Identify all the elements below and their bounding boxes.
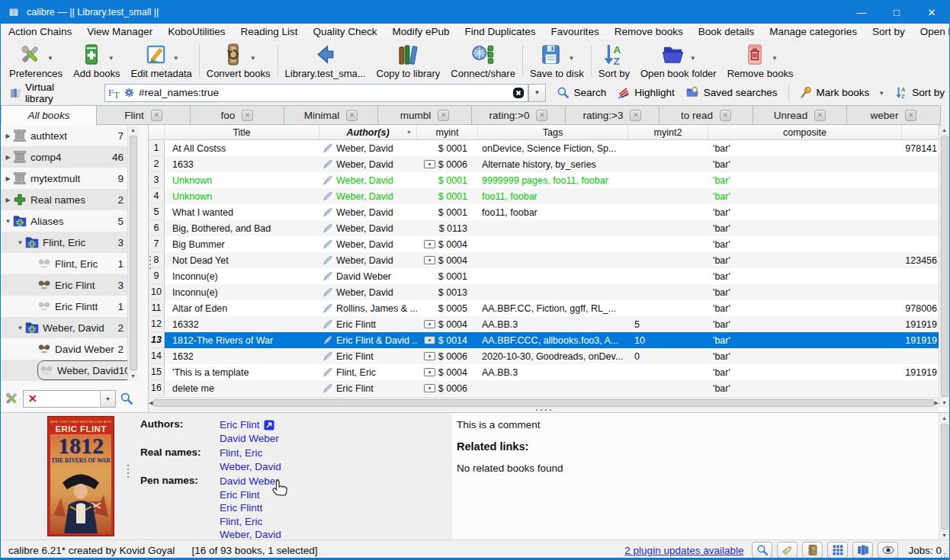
table-row-9[interactable]: 9Inconnu(e)David Weber$ 0001'bar' xyxy=(149,268,939,284)
horizontal-scrollbar[interactable]: ◀ ▶ xyxy=(149,397,939,408)
menu-item-reading-list[interactable]: Reading List xyxy=(233,26,305,37)
column-header-myint2[interactable]: myint2 xyxy=(628,125,708,139)
highlight-button[interactable]: Highlight xyxy=(617,86,675,100)
table-row-4[interactable]: 4UnknownWeber, David$ 0001foo11, foobar'… xyxy=(149,188,939,204)
author-link-eric-flintt[interactable]: Eric Flintt xyxy=(220,501,281,515)
tag-browser-item-real-names-2[interactable]: ▶Real names2 xyxy=(1,189,127,210)
column-header-myint[interactable]: myint xyxy=(417,125,478,139)
tag-browser-item-comp4-46[interactable]: ▶comp446 xyxy=(1,146,127,168)
tab-unread[interactable]: Unread✕ xyxy=(753,105,847,125)
table-row-15[interactable]: 15'This is a templateFlint, Eric$ 0004AA… xyxy=(149,364,939,380)
sort-by-button[interactable]: AZ Sort by xyxy=(895,86,945,99)
toolbar-preferences-button[interactable]: ▼Preferences xyxy=(4,41,68,80)
scroll-down-icon[interactable]: ▼ xyxy=(130,371,136,381)
toolbar-add-books-button[interactable]: ▼Add books xyxy=(68,41,125,80)
author-link-eric-flint[interactable]: Eric Flint xyxy=(220,418,279,432)
author-link-weber-david[interactable]: Weber, David xyxy=(220,460,281,474)
table-row-1[interactable]: 1At All CostssWeber, David$ 0001onDevice… xyxy=(149,140,939,156)
table-row-2[interactable]: 21633Weber, David$ 0006Alternate history… xyxy=(149,156,939,172)
scrollbar-thumb[interactable] xyxy=(941,136,948,397)
search-history-dropdown[interactable]: ▼ xyxy=(528,84,547,102)
column-header-tags[interactable]: Tags xyxy=(478,125,628,139)
close-icon[interactable]: ✕ xyxy=(151,110,162,121)
table-row-5[interactable]: 5What I wantedWeber, David$ 0001foo11, f… xyxy=(149,204,939,220)
collapse-icon[interactable]: ▼ xyxy=(3,218,13,225)
tag-browser-filter-combo[interactable]: ✕ ▼ xyxy=(23,390,116,408)
column-header-blank[interactable] xyxy=(902,125,939,139)
toolbar-edit-metadata-button[interactable]: ▼Edit metadata xyxy=(126,41,197,80)
menu-item-remove-books[interactable]: Remove books xyxy=(607,26,691,37)
jobs-status[interactable]: Jobs: 0 xyxy=(908,545,942,556)
plugin-updates-link[interactable]: 2 plugin updates available xyxy=(624,545,743,556)
toolbar-sort-by-button[interactable]: AZSort by xyxy=(593,41,635,80)
tab-mumbl[interactable]: mumbl✕ xyxy=(377,105,472,125)
close-icon[interactable]: ✕ xyxy=(536,110,547,121)
column-header-title[interactable]: Title xyxy=(165,125,319,139)
chevron-down-icon[interactable]: ▼ xyxy=(47,55,53,62)
clear-filter-icon[interactable]: ✕ xyxy=(28,392,37,405)
menu-item-open-book-folder[interactable]: Open book folder xyxy=(913,26,950,37)
toggle-grid-view-button[interactable] xyxy=(827,542,848,558)
table-row-6[interactable]: 6Big, Bothered, and BadWeber, David$ 011… xyxy=(149,220,939,236)
column-header-composite[interactable]: composite xyxy=(708,125,902,139)
toggle-book-details-button[interactable] xyxy=(802,542,823,558)
table-row-16[interactable]: 16delete meEric Flint$ 0006'bar' xyxy=(149,380,939,396)
scrollbar-thumb[interactable] xyxy=(130,136,137,370)
close-icon[interactable]: ✕ xyxy=(346,110,358,121)
menu-item-modify-epub[interactable]: Modify ePub xyxy=(385,26,457,37)
table-row-13[interactable]: 131812-The Rivers of WarEric Flint & Dav… xyxy=(149,332,939,348)
toggle-search-button[interactable] xyxy=(752,542,772,558)
tag-browser-item-flint-eric-3[interactable]: ▼Flint, Eric3 xyxy=(1,232,127,253)
table-row-14[interactable]: 141632Eric Flint$ 00062020-10-30, Goodre… xyxy=(149,348,939,364)
virtual-library-button[interactable]: Virtual library xyxy=(5,80,89,106)
book-cover[interactable]: NEW YORK TIMES BESTSELLING AUTHOR OF 163… xyxy=(48,417,114,536)
close-icon[interactable]: ✕ xyxy=(242,110,253,121)
table-row-7[interactable]: 7Big BummerWeber, David$ 0004'bar' xyxy=(149,236,939,252)
book-list-scrollbar[interactable]: ▲ ▼ xyxy=(939,125,949,408)
toolbar-library-test-sma-button[interactable]: Library.test_sma... xyxy=(280,41,371,80)
author-link-david-weber[interactable]: David Weber xyxy=(220,432,279,446)
table-row-8[interactable]: 8Not Dead YetWeber, David$ 0004'bar'1234… xyxy=(149,252,939,268)
tag-browser-config-icon[interactable] xyxy=(4,391,19,406)
tag-browser-item-mytextmult-9[interactable]: ▶mytextmult9 xyxy=(1,168,127,189)
tab-minimal[interactable]: Minimal✕ xyxy=(284,105,378,125)
menu-item-manage-categories[interactable]: Manage categories xyxy=(762,26,865,37)
tab-foo[interactable]: foo✕ xyxy=(190,105,284,125)
chevron-down-icon[interactable]: ▼ xyxy=(878,90,884,97)
scroll-up-icon[interactable]: ▲ xyxy=(942,413,947,423)
close-icon[interactable]: ✕ xyxy=(438,110,449,121)
menu-item-koboutilities[interactable]: KoboUtilities xyxy=(160,26,233,37)
toolbar-copy-to-library-button[interactable]: Copy to library xyxy=(371,41,446,80)
search-options-gear-icon[interactable] xyxy=(124,87,135,98)
table-row-12[interactable]: 1216332Eric Flintt$ 0004AA.BB.35'bar'191… xyxy=(149,316,939,332)
details-scrollbar[interactable]: ▲ ▼ xyxy=(939,413,949,540)
table-row-3[interactable]: 3UnknownWeber, David$ 00019999999 pages,… xyxy=(149,172,939,188)
saved-searches-button[interactable]: Saved searches xyxy=(685,86,778,99)
expand-icon[interactable]: ▶ xyxy=(3,175,13,182)
scrollbar-thumb[interactable] xyxy=(153,399,933,407)
tab-rating-3[interactable]: rating:>3✕ xyxy=(565,105,660,125)
author-link-flint-eric[interactable]: Flint, Eric xyxy=(220,446,281,460)
table-row-11[interactable]: 11Altar of EdenRollins, James & ...$ 000… xyxy=(149,300,939,316)
menu-item-find-duplicates[interactable]: Find Duplicates xyxy=(457,26,544,37)
scrollbar-thumb[interactable] xyxy=(941,424,948,530)
close-icon[interactable]: ✕ xyxy=(814,110,826,121)
tab-to-read[interactable]: to read✕ xyxy=(659,105,753,125)
search-button[interactable]: Search xyxy=(557,86,606,99)
chevron-down-icon[interactable]: ▼ xyxy=(108,55,114,62)
collapse-icon[interactable]: ▼ xyxy=(15,325,25,331)
minimize-button[interactable]: — xyxy=(844,1,879,24)
toggle-tag-browser-button[interactable] xyxy=(777,542,798,558)
close-icon[interactable]: ✕ xyxy=(905,110,916,121)
collapse-icon[interactable]: ▼ xyxy=(15,239,25,246)
toolbar-remove-books-button[interactable]: ▼Remove books xyxy=(722,41,799,80)
toggle-quickview-button[interactable] xyxy=(878,542,898,558)
chevron-down-icon[interactable]: ▼ xyxy=(250,55,256,62)
tag-browser-item-eric-flintt-1[interactable]: Eric Flintt1 xyxy=(1,296,127,317)
toolbar-save-to-disk-button[interactable]: ▼Save to disk xyxy=(525,41,589,80)
tag-browser-item-flint-eric-1[interactable]: Flint, Eric1 xyxy=(1,253,127,274)
search-input[interactable]: FT #real_names:true xyxy=(104,84,528,102)
chevron-down-icon[interactable]: ▼ xyxy=(568,55,574,62)
column-header-author-s[interactable]: Author(s)▼ xyxy=(319,125,417,139)
chevron-down-icon[interactable]: ▼ xyxy=(772,55,778,62)
